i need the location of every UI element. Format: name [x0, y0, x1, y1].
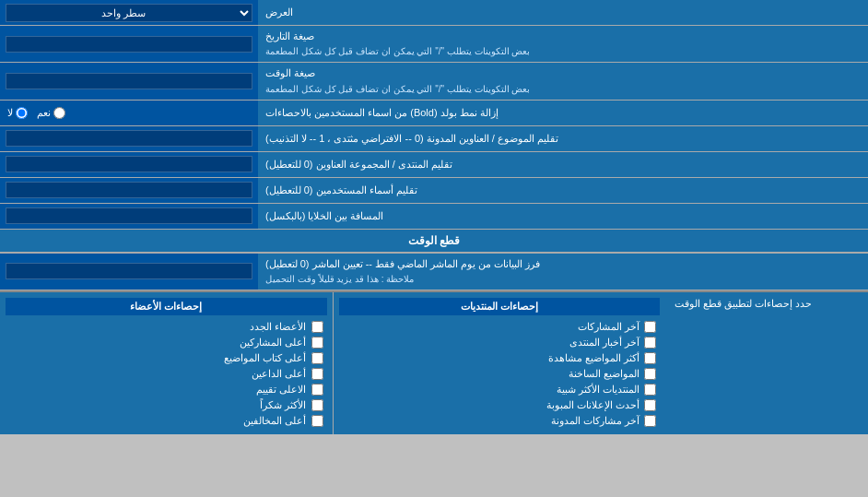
stats-col-forums: إحصاءات المنتديات آخر المشاركات آخر أخبا… — [333, 292, 666, 434]
username-limit-label: تقليم أسماء المستخدمين (0 للتعطيل) — [258, 178, 868, 203]
forum-limit-row: تقليم المنتدى / المجموعة العناوين (0 للت… — [0, 152, 868, 178]
stat-item-3: أكثر المواضيع مشاهدة — [339, 350, 661, 366]
stat-item-1: آخر المشاركات — [339, 319, 661, 335]
topic-limit-label: تقليم الموضوع / العناوين المدونة (0 -- ا… — [258, 126, 868, 151]
header-row: العرض سطر واحد سطران ثلاثة أسطر — [0, 0, 868, 26]
date-format-label: صيغة التاريخ بعض التكوينات يتطلب "/" الت… — [258, 26, 868, 62]
realtime-title: قطع الوقت — [408, 234, 460, 247]
spacing-input[interactable]: 2 — [6, 207, 252, 224]
stat-checkbox-m4[interactable] — [311, 368, 323, 380]
realtime-row-title: فرز البيانات من يوم الماشر الماضي فقط --… — [265, 257, 540, 271]
forum-limit-label: تقليم المنتدى / المجموعة العناوين (0 للت… — [258, 152, 868, 177]
username-limit-input[interactable]: 0 — [6, 182, 252, 198]
bold-title: إزالة نمط بولد (Bold) من اسماء المستخدمي… — [265, 106, 499, 120]
stat-label-m6: الأكثر شكراً — [260, 399, 306, 411]
stat-checkbox-5[interactable] — [644, 384, 656, 396]
stat-checkbox-1[interactable] — [644, 321, 656, 333]
stat-label-4: المواضيع الساخنة — [569, 368, 639, 380]
stat-item-7: آخر مشاركات المدونة — [339, 413, 661, 429]
stat-item-m4: أعلى الداعين — [6, 366, 327, 382]
spacing-row: المسافة بين الخلايا (بالبكسل) 2 — [0, 204, 868, 230]
stat-checkbox-6[interactable] — [644, 399, 656, 411]
bold-radio-group: نعم لا — [0, 101, 258, 125]
bold-no-label[interactable]: لا — [7, 107, 28, 119]
stats-col2-title: إحصاءات الأعضاء — [130, 301, 202, 312]
time-format-label: صيغة الوقت بعض التكوينات يتطلب "/" التي … — [258, 63, 868, 99]
stat-label-5: المنتديات الأكثر شبية — [557, 384, 639, 396]
stat-item-m1: الأعضاء الجدد — [6, 319, 327, 335]
stat-label-2: آخر أخبار المنتدى — [569, 337, 639, 349]
bold-no-radio[interactable] — [16, 107, 28, 119]
stat-checkbox-m3[interactable] — [311, 352, 323, 364]
bold-yes-text: نعم — [37, 107, 51, 119]
forum-limit-input-wrap: 33 — [0, 152, 258, 177]
date-format-input-wrap: d-m — [0, 26, 258, 62]
stat-checkbox-m7[interactable] — [311, 415, 323, 427]
username-limit-input-wrap: 0 — [0, 178, 258, 203]
time-format-note: بعض التكوينات يتطلب "/" التي يمكن ان تضا… — [265, 83, 530, 96]
stat-label-1: آخر المشاركات — [578, 321, 639, 333]
stat-item-6: أحدث الإعلانات المبوبة — [339, 397, 661, 413]
spacing-title: المسافة بين الخلايا (بالبكسل) — [265, 209, 384, 223]
bold-yes-label[interactable]: نعم — [37, 107, 65, 119]
date-format-input[interactable]: d-m — [6, 36, 252, 53]
forum-limit-input[interactable]: 33 — [6, 156, 252, 172]
stat-checkbox-m1[interactable] — [311, 321, 323, 333]
date-format-note: بعض التكوينات يتطلب "/" التي يمكن ان تضا… — [265, 45, 530, 58]
stat-item-5: المنتديات الأكثر شبية — [339, 382, 661, 397]
forum-limit-title: تقليم المنتدى / المجموعة العناوين (0 للت… — [265, 158, 452, 172]
stats-limit-text: حدد إحصاءات لتطبيق قطع الوقت — [674, 298, 812, 310]
date-format-title: صيغة التاريخ — [265, 30, 314, 43]
username-limit-row: تقليم أسماء المستخدمين (0 للتعطيل) 0 — [0, 178, 868, 204]
stat-checkbox-2[interactable] — [644, 337, 656, 349]
realtime-label: فرز البيانات من يوم الماشر الماضي فقط --… — [258, 254, 868, 290]
stats-col-members: إحصاءات الأعضاء الأعضاء الجدد أعلى المشا… — [0, 292, 333, 434]
stats-col1-title: إحصاءات المنتديات — [461, 301, 538, 312]
time-format-input-wrap: H:i — [0, 63, 258, 99]
stat-label-6: أحدث الإعلانات المبوبة — [546, 399, 639, 411]
header-title: العرض — [265, 6, 293, 19]
stat-label-m3: أعلى كتاب المواضيع — [224, 352, 306, 364]
realtime-header: قطع الوقت — [0, 230, 868, 254]
stat-label-7: آخر مشاركات المدونة — [551, 415, 639, 427]
stat-label-3: أكثر المواضيع مشاهدة — [548, 352, 639, 364]
stat-checkbox-m6[interactable] — [311, 399, 323, 411]
display-select[interactable]: سطر واحد سطران ثلاثة أسطر — [6, 4, 252, 22]
bold-no-text: لا — [7, 107, 13, 119]
time-format-input[interactable]: H:i — [6, 73, 252, 89]
main-container: العرض سطر واحد سطران ثلاثة أسطر صيغة الت… — [0, 0, 868, 434]
stat-label-m4: أعلى الداعين — [252, 368, 306, 380]
stat-item-m3: أعلى كتاب المواضيع — [6, 350, 327, 366]
spacing-label: المسافة بين الخلايا (بالبكسل) — [258, 204, 868, 229]
stat-item-2: آخر أخبار المنتدى — [339, 335, 661, 350]
stats-col2-header: إحصاءات الأعضاء — [6, 298, 327, 315]
topic-limit-row: تقليم الموضوع / العناوين المدونة (0 -- ا… — [0, 126, 868, 152]
topic-limit-input[interactable]: 33 — [6, 130, 252, 147]
time-format-row: صيغة الوقت بعض التكوينات يتطلب "/" التي … — [0, 63, 868, 100]
stats-col1-header: إحصاءات المنتديات — [339, 298, 661, 315]
realtime-input-wrap: 0 — [0, 254, 258, 290]
bold-row: إزالة نمط بولد (Bold) من اسماء المستخدمي… — [0, 101, 868, 126]
bold-yes-radio[interactable] — [53, 107, 65, 119]
stat-label-m5: الاعلى تقييم — [256, 384, 306, 396]
stat-checkbox-m2[interactable] — [311, 337, 323, 349]
stats-cols: إحصاءات المنتديات آخر المشاركات آخر أخبا… — [0, 292, 665, 434]
username-limit-title: تقليم أسماء المستخدمين (0 للتعطيل) — [265, 183, 417, 197]
stat-label-m7: أعلى المخالفين — [243, 415, 306, 427]
realtime-row-note: ملاحظة : هذا قد يزيد قليلاً وقت التحميل — [265, 273, 414, 286]
stat-checkbox-7[interactable] — [644, 415, 656, 427]
stats-section: حدد إحصاءات لتطبيق قطع الوقت إحصاءات الم… — [0, 290, 868, 434]
time-format-title: صيغة الوقت — [265, 66, 315, 80]
stat-item-m7: أعلى المخالفين — [6, 413, 327, 429]
date-format-row: صيغة التاريخ بعض التكوينات يتطلب "/" الت… — [0, 26, 868, 63]
realtime-input[interactable]: 0 — [6, 263, 252, 279]
spacing-input-wrap: 2 — [0, 204, 258, 229]
stat-checkbox-m5[interactable] — [311, 384, 323, 396]
topic-limit-title: تقليم الموضوع / العناوين المدونة (0 -- ا… — [265, 132, 558, 146]
bold-label: إزالة نمط بولد (Bold) من اسماء المستخدمي… — [258, 101, 868, 125]
realtime-row: فرز البيانات من يوم الماشر الماضي فقط --… — [0, 254, 868, 290]
stat-checkbox-4[interactable] — [644, 368, 656, 380]
header-label: العرض — [258, 0, 868, 25]
stat-checkbox-3[interactable] — [644, 352, 656, 364]
stat-label-m1: الأعضاء الجدد — [250, 321, 306, 333]
